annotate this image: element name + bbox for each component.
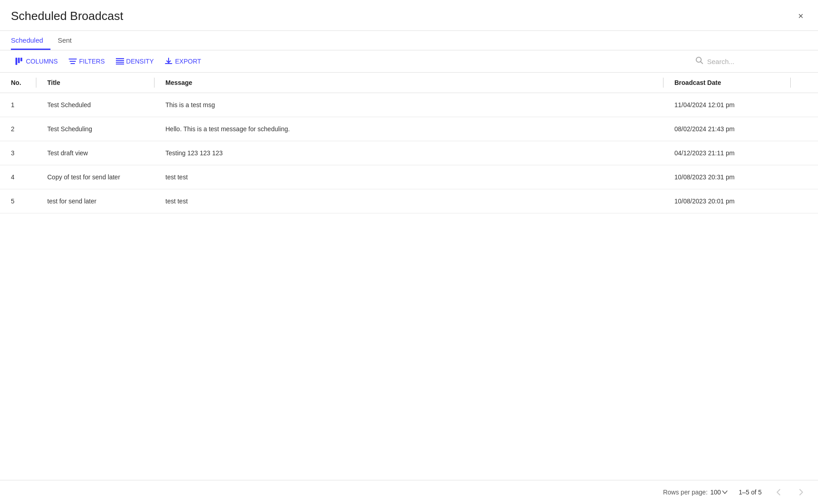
- search-icon: [695, 56, 703, 67]
- svg-rect-1: [18, 58, 20, 63]
- cell-no: 3: [0, 141, 36, 165]
- tab-scheduled[interactable]: Scheduled: [11, 31, 50, 50]
- table-row: 2 Test Scheduling Hello. This is a test …: [0, 117, 818, 141]
- cell-message: test test: [155, 189, 663, 213]
- cell-broadcast-date: 10/08/2023 20:31 pm: [663, 165, 791, 189]
- toolbar: COLUMNS FILTERS DENSITY: [0, 50, 818, 73]
- cell-title: Test Scheduled: [36, 93, 155, 117]
- next-page-button[interactable]: [795, 487, 807, 498]
- filters-icon: [69, 58, 77, 64]
- density-icon: [116, 58, 124, 64]
- page-header: Scheduled Broadcast ×: [0, 0, 818, 31]
- cell-message: Hello. This is a test message for schedu…: [155, 117, 663, 141]
- cell-title: Copy of test for send later: [36, 165, 155, 189]
- chevron-right-icon: [799, 489, 803, 496]
- page-title: Scheduled Broadcast: [11, 9, 123, 23]
- cell-no: 2: [0, 117, 36, 141]
- svg-line-11: [701, 61, 703, 64]
- col-header-title: Title: [36, 73, 155, 93]
- svg-rect-0: [15, 58, 17, 65]
- cell-title: Test Scheduling: [36, 117, 155, 141]
- col-header-no: No.: [0, 73, 36, 93]
- search-input[interactable]: [707, 58, 807, 65]
- col-header-actions: [791, 73, 818, 93]
- prev-page-button[interactable]: [773, 487, 784, 498]
- rows-per-page-value: 100: [710, 489, 721, 496]
- tab-sent[interactable]: Sent: [58, 31, 79, 50]
- cell-actions: [791, 117, 818, 141]
- columns-button[interactable]: COLUMNS: [11, 55, 62, 68]
- cell-title: test for send later: [36, 189, 155, 213]
- columns-icon: [15, 58, 24, 65]
- close-button[interactable]: ×: [794, 9, 807, 23]
- rows-per-page-label: Rows per page:: [663, 489, 708, 496]
- rows-per-page-control: Rows per page: 100: [663, 489, 728, 496]
- cell-title: Test draft view: [36, 141, 155, 165]
- search-container: [695, 56, 807, 67]
- table-header-row: No. Title Message Broadcast Date: [0, 73, 818, 93]
- page-info: 1–5 of 5: [738, 489, 762, 496]
- cell-actions: [791, 141, 818, 165]
- data-table: No. Title Message Broadcast Date: [0, 73, 818, 213]
- chevron-left-icon: [776, 489, 781, 496]
- table-row: 3 Test draft view Testing 123 123 123 04…: [0, 141, 818, 165]
- cell-message: Testing 123 123 123: [155, 141, 663, 165]
- density-button[interactable]: DENSITY: [111, 55, 159, 68]
- table-row: 4 Copy of test for send later test test …: [0, 165, 818, 189]
- cell-broadcast-date: 10/08/2023 20:01 pm: [663, 189, 791, 213]
- export-icon: [165, 58, 173, 65]
- cell-broadcast-date: 04/12/2023 21:11 pm: [663, 141, 791, 165]
- table-footer: Rows per page: 100 1–5 of 5: [0, 480, 818, 504]
- cell-actions: [791, 189, 818, 213]
- col-header-message: Message: [155, 73, 663, 93]
- cell-message: test test: [155, 165, 663, 189]
- cell-no: 5: [0, 189, 36, 213]
- col-header-broadcast-date: Broadcast Date: [663, 73, 791, 93]
- svg-rect-2: [20, 58, 22, 61]
- cell-broadcast-date: 08/02/2024 21:43 pm: [663, 117, 791, 141]
- table-row: 1 Test Scheduled This is a test msg 11/0…: [0, 93, 818, 117]
- export-button[interactable]: EXPORT: [160, 55, 205, 68]
- cell-actions: [791, 93, 818, 117]
- table-row: 5 test for send later test test 10/08/20…: [0, 189, 818, 213]
- rows-per-page-select[interactable]: 100: [710, 489, 728, 496]
- cell-no: 4: [0, 165, 36, 189]
- cell-broadcast-date: 11/04/2024 12:01 pm: [663, 93, 791, 117]
- filters-button[interactable]: FILTERS: [64, 55, 110, 68]
- cell-no: 1: [0, 93, 36, 117]
- cell-message: This is a test msg: [155, 93, 663, 117]
- cell-actions: [791, 165, 818, 189]
- dropdown-arrow-icon: [722, 490, 728, 494]
- tabs-bar: Scheduled Sent: [0, 31, 818, 50]
